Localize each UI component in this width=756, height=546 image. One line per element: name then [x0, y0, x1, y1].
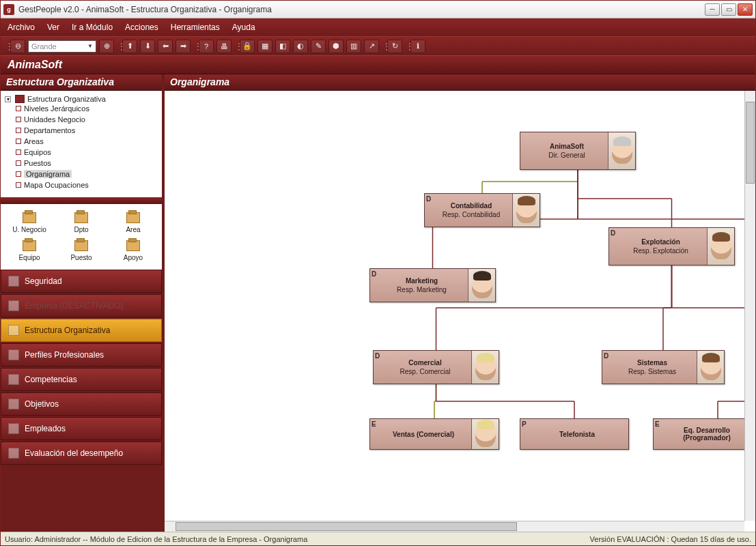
- nav-button[interactable]: Objetivos: [1, 392, 162, 416]
- arrow-down-button[interactable]: ⬇: [140, 40, 155, 53]
- menu-herramientas[interactable]: Herramientas: [171, 23, 220, 32]
- arrow-left-button[interactable]: ⬅: [158, 40, 173, 53]
- tree-root-label[interactable]: Estructura Organizativa: [27, 95, 106, 103]
- nav-buttons: SeguridadEmpresa (DESACTIVADO)Estructura…: [1, 270, 162, 532]
- icon-panel-item[interactable]: Equipo: [5, 238, 54, 261]
- org-node-title: Comercial: [408, 359, 441, 367]
- tool-f-button[interactable]: ▥: [346, 40, 361, 53]
- connector-layer: [165, 91, 755, 532]
- icon-panel-label: Dpto: [57, 226, 106, 233]
- vertical-scrollbar[interactable]: [744, 91, 755, 521]
- h-scroll-thumb[interactable]: [176, 522, 517, 531]
- org-node[interactable]: DComercialResp. Comercial: [373, 350, 499, 384]
- tree-item[interactable]: Organigrama: [16, 169, 158, 179]
- refresh-button[interactable]: ↻: [387, 40, 402, 53]
- icon-panel-label: U. Negocio: [5, 226, 54, 233]
- tree-item-label: Departamentos: [24, 126, 75, 134]
- tree-item-label: Equipos: [24, 148, 51, 156]
- tool-c-button[interactable]: ◐: [293, 40, 308, 53]
- zoom-out-button[interactable]: ⊖: [10, 40, 25, 53]
- tool-e-button[interactable]: ⬢: [328, 40, 344, 53]
- nav-button[interactable]: Competencias: [1, 368, 162, 391]
- tree-item[interactable]: Equipos: [16, 147, 158, 158]
- statusbar: Usuario: Administrador -- Módulo de Edic…: [1, 532, 755, 545]
- tool-g-button[interactable]: ↗: [364, 40, 379, 53]
- nav-button[interactable]: Perfiles Profesionales: [1, 343, 162, 367]
- print-button[interactable]: 🖶: [216, 40, 232, 53]
- org-node[interactable]: AnimaSoftDir. General: [520, 132, 636, 170]
- icon-panel-item[interactable]: U. Negocio: [5, 210, 54, 233]
- nav-button[interactable]: Estructura Organizativa: [1, 319, 162, 342]
- nav-button-label: Empresa (DESACTIVADO): [25, 301, 123, 311]
- menu-ver[interactable]: Ver: [47, 23, 59, 32]
- org-node[interactable]: DExplotaciónResp. Explotación: [608, 227, 735, 265]
- icon-panel-label: Equipo: [5, 254, 54, 261]
- org-node-text: SistemasResp. Sistemas: [602, 351, 697, 384]
- org-chart-viewport[interactable]: AnimaSoftDir. GeneralDContabilidadResp. …: [165, 91, 755, 532]
- org-node-subtitle: Dir. General: [548, 152, 585, 159]
- org-node[interactable]: PTelefonista: [520, 418, 629, 450]
- org-node[interactable]: DSistemasResp. Sistemas: [602, 350, 725, 384]
- tool-d-button[interactable]: ✎: [311, 40, 326, 53]
- tree-item[interactable]: Departamentos: [16, 125, 158, 136]
- org-node-tag: D: [375, 352, 380, 360]
- tree-item[interactable]: Mapa Ocupaciones: [16, 179, 158, 190]
- nav-button[interactable]: Evaluación del desempeño: [1, 442, 162, 465]
- close-button[interactable]: ✕: [738, 3, 753, 16]
- icon-panel-item[interactable]: Dpto: [57, 210, 106, 233]
- tree-expander[interactable]: ▾: [5, 96, 11, 102]
- brand-label: AnimaSoft: [8, 59, 62, 71]
- v-scroll-thumb[interactable]: [746, 102, 755, 184]
- org-node[interactable]: DMarketingResp. Marketing: [369, 268, 496, 302]
- tree-item[interactable]: Puestos: [16, 158, 158, 169]
- arrow-right-button[interactable]: ➡: [176, 40, 191, 53]
- tree-item-label: Organigrama: [24, 170, 72, 178]
- org-node[interactable]: EEq. Desarrollo (Programador): [653, 418, 755, 450]
- nav-button-label: Evaluación del desempeño: [25, 448, 123, 458]
- tool-a-button[interactable]: ▦: [257, 40, 272, 53]
- org-node-title: Telefonista: [559, 431, 595, 438]
- tool-b-button[interactable]: ◧: [275, 40, 290, 53]
- org-node-tag: D: [426, 195, 431, 203]
- org-node-photo: [471, 351, 499, 384]
- org-node-text: AnimaSoftDir. General: [520, 132, 608, 169]
- nav-button[interactable]: Seguridad: [1, 270, 162, 293]
- maximize-button[interactable]: ▭: [721, 3, 736, 16]
- menu-ir-a-modulo[interactable]: Ir a Módulo: [72, 23, 113, 32]
- menubar: Archivo Ver Ir a Módulo Acciones Herrami…: [1, 18, 755, 36]
- icon-panel-icon: [5, 210, 54, 226]
- org-node-subtitle: Resp. Sistemas: [628, 368, 676, 375]
- icon-panel-item[interactable]: Puesto: [57, 238, 106, 261]
- tree-item[interactable]: Areas: [16, 136, 158, 147]
- org-node-subtitle: Resp. Contabilidad: [443, 211, 501, 218]
- lock-button[interactable]: 🔒: [240, 40, 255, 53]
- org-node-photo: [471, 419, 499, 449]
- icon-panel-item[interactable]: Area: [109, 210, 158, 233]
- org-node-text: ContabilidadResp. Contabilidad: [425, 194, 512, 227]
- org-node-tag: E: [655, 420, 660, 428]
- horizontal-scrollbar[interactable]: [165, 521, 744, 532]
- org-node[interactable]: DContabilidadResp. Contabilidad: [424, 193, 540, 227]
- info-button[interactable]: ℹ: [410, 40, 425, 53]
- org-node-text: MarketingResp. Marketing: [370, 269, 468, 302]
- menu-acciones[interactable]: Acciones: [125, 23, 158, 32]
- tree-item[interactable]: Niveles Jerárquicos: [16, 103, 158, 114]
- org-node-text: ComercialResp. Comercial: [374, 351, 471, 384]
- menu-archivo[interactable]: Archivo: [8, 23, 35, 32]
- zoom-combo[interactable]: Grande▼: [28, 40, 96, 53]
- minimize-button[interactable]: ─: [705, 3, 720, 16]
- tree-view[interactable]: ▾ Estructura Organizativa Niveles Jerárq…: [1, 91, 162, 197]
- nav-button-icon: [8, 349, 19, 360]
- menu-ayuda[interactable]: Ayuda: [232, 23, 255, 32]
- zoom-in-button[interactable]: ⊕: [99, 40, 114, 53]
- help-button[interactable]: ?: [199, 40, 214, 53]
- org-node[interactable]: EVentas (Comercial): [369, 418, 499, 450]
- org-node-tag: D: [372, 270, 376, 278]
- arrow-up-button[interactable]: ⬆: [122, 40, 137, 53]
- tree-item[interactable]: Unidades Negocio: [16, 114, 158, 125]
- nav-button-label: Seguridad: [25, 276, 62, 286]
- icon-panel-item[interactable]: Apoyo: [109, 238, 158, 261]
- icon-panel-icon: [5, 238, 54, 254]
- nav-button[interactable]: Empleados: [1, 417, 162, 440]
- org-node-title: AnimaSoft: [550, 143, 584, 150]
